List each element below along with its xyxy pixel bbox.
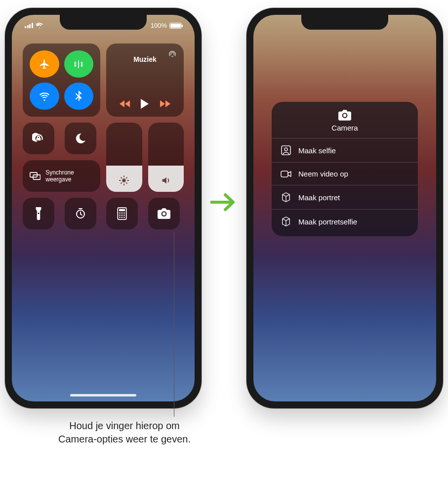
airplane-mode-toggle[interactable] — [30, 50, 59, 78]
camera-action-video[interactable]: Neem video op — [272, 162, 418, 185]
battery-percent: 100% — [151, 22, 167, 29]
control-center-grid: Muziek — [23, 44, 184, 229]
svg-point-13 — [122, 217, 123, 218]
person-square-icon — [281, 145, 291, 155]
music-playback-tile[interactable]: Muziek — [106, 44, 184, 117]
camera-quick-actions-menu: Camera Maak selfie Neem video op — [272, 102, 418, 236]
notch — [60, 15, 147, 30]
svg-point-16 — [285, 148, 287, 151]
callout-text: Houd je vinger hierop om Camera-opties w… — [53, 419, 196, 446]
svg-point-14 — [123, 217, 125, 218]
calculator-button[interactable] — [106, 198, 138, 229]
calculator-icon — [117, 207, 127, 220]
arrow-icon — [210, 191, 236, 214]
screen-mirroring-button[interactable]: Synchrone weergave — [23, 160, 100, 192]
wifi-toggle[interactable] — [30, 83, 59, 110]
svg-point-12 — [119, 217, 121, 218]
svg-rect-15 — [282, 146, 290, 155]
wifi-icon — [36, 23, 43, 28]
music-title: Muziek — [114, 55, 176, 63]
cellular-signal-icon — [25, 23, 33, 28]
flashlight-icon — [35, 207, 42, 220]
svg-rect-5 — [119, 209, 125, 211]
svg-point-7 — [122, 213, 123, 214]
svg-point-6 — [119, 213, 121, 214]
wifi-icon — [39, 91, 50, 102]
speaker-icon — [161, 175, 171, 186]
home-indicator[interactable] — [70, 394, 136, 396]
camera-button[interactable] — [148, 198, 180, 229]
mirroring-label: Synchrone weergave — [45, 169, 93, 183]
camera-action-portrait[interactable]: Maak portret — [272, 185, 418, 209]
mirroring-icon — [30, 171, 41, 181]
cube-icon — [281, 192, 291, 202]
menu-item-label: Maak portretselfie — [298, 218, 357, 226]
iphone-frame-right: Camera Maak selfie Neem video op — [246, 8, 443, 408]
camera-menu-title: Camera — [331, 124, 358, 132]
video-icon — [281, 170, 291, 178]
volume-slider[interactable] — [148, 123, 184, 192]
menu-item-label: Neem video op — [298, 170, 348, 178]
timer-button[interactable] — [65, 198, 96, 229]
svg-point-10 — [122, 215, 123, 216]
cellular-data-toggle[interactable] — [64, 50, 94, 78]
play-button[interactable] — [141, 99, 149, 109]
airplane-icon — [39, 59, 50, 70]
moon-icon — [75, 132, 86, 144]
cellular-icon — [73, 59, 84, 70]
do-not-disturb-button[interactable] — [65, 123, 96, 154]
screen-camera-menu: Camera Maak selfie Neem video op — [253, 15, 436, 401]
timer-icon — [75, 208, 86, 220]
svg-point-11 — [123, 215, 125, 216]
camera-icon — [158, 208, 170, 219]
cube-icon — [281, 217, 291, 226]
airplay-icon[interactable] — [168, 49, 177, 57]
menu-item-label: Maak selfie — [298, 146, 336, 155]
callout-leader-line — [174, 231, 174, 417]
camera-action-selfie[interactable]: Maak selfie — [272, 138, 418, 162]
sun-icon — [119, 175, 129, 186]
bluetooth-toggle[interactable] — [64, 83, 94, 110]
svg-point-0 — [122, 178, 126, 182]
bluetooth-icon — [74, 90, 83, 102]
svg-rect-17 — [281, 171, 288, 177]
orientation-lock-button[interactable] — [23, 123, 54, 154]
battery-icon — [169, 23, 182, 29]
screen-control-center: 100% — [12, 15, 195, 401]
figure: 100% — [0, 0, 448, 484]
svg-point-8 — [123, 213, 125, 214]
connectivity-cluster[interactable] — [23, 44, 100, 117]
menu-item-label: Maak portret — [298, 193, 340, 202]
camera-action-portrait-selfie[interactable]: Maak portretselfie — [272, 209, 418, 233]
notch — [301, 15, 388, 30]
iphone-frame-left: 100% — [5, 8, 202, 408]
flashlight-button[interactable] — [23, 198, 54, 229]
camera-menu-header[interactable]: Camera — [272, 110, 418, 138]
camera-icon — [338, 110, 351, 121]
rotation-lock-icon — [32, 132, 45, 145]
svg-point-9 — [119, 215, 121, 216]
previous-track-button[interactable] — [120, 100, 130, 107]
brightness-slider[interactable] — [106, 123, 142, 192]
next-track-button[interactable] — [160, 100, 170, 107]
